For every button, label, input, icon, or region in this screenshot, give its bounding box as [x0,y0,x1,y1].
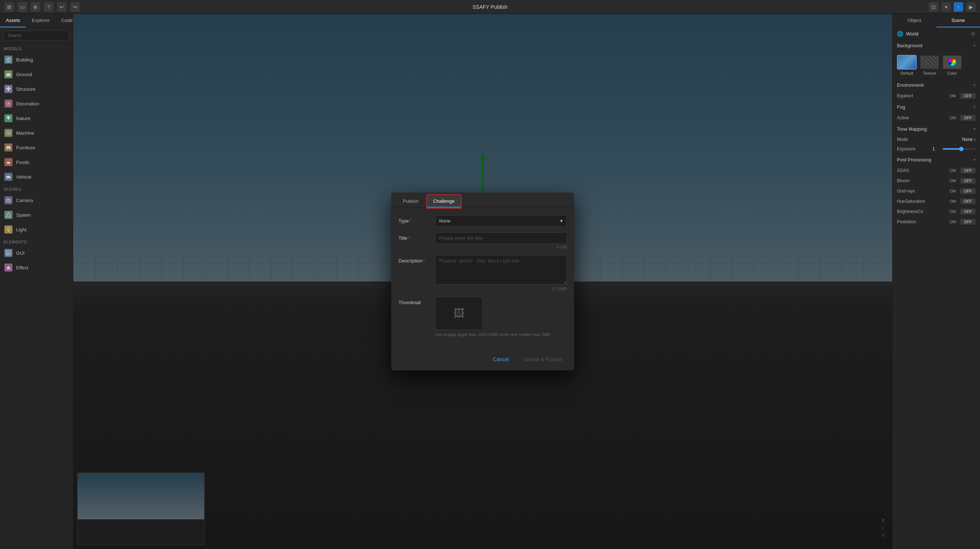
sidebar-item-foods[interactable]: Foods [0,155,73,169]
sidebar-item-machine[interactable]: Machine [0,126,73,140]
tone-mode-label: Mode [897,137,908,142]
scenes-section-header: Scenes [0,184,73,193]
svg-rect-34 [7,252,9,253]
tab-assets[interactable]: Assets [0,14,26,27]
description-textarea[interactable] [435,255,567,284]
tab-explorer[interactable]: Explorer [26,14,55,27]
sidebar-item-camera-label: Camera [16,197,33,203]
sidebar-item-decoration[interactable]: Decoration [0,96,73,111]
sidebar-item-building[interactable]: Building [0,53,73,67]
fog-off-button[interactable]: OFF [960,115,975,121]
godrays-off-button[interactable]: OFF [960,188,975,194]
dialog-tab-challenge[interactable]: Challenge [428,196,461,207]
type-select[interactable]: None ▾ [435,215,567,226]
title-input[interactable] [435,232,567,244]
exposure-slider-control: 1 [932,146,975,151]
sidebar-item-furniture[interactable]: Furniture [0,140,73,155]
hue-on-button[interactable]: ON [947,198,959,204]
equirect-toggle: ON OFF [947,93,976,99]
fog-on-button[interactable]: ON [947,115,959,121]
ssao-toggle: ON OFF [947,168,976,173]
background-section-row[interactable]: Background ▾ [892,40,980,51]
brightness-label: BrightnessCo [897,209,923,214]
cancel-button[interactable]: Cancel [488,354,514,364]
sidebar-item-effect[interactable]: Effect [0,260,73,275]
bg-default-thumb [897,55,917,70]
tone-mode-chevron-icon: › [974,137,975,142]
svg-rect-2 [9,60,10,60]
exposure-slider[interactable] [943,148,975,150]
layout-icon[interactable]: ⊡ [929,2,938,12]
title-char-count: 0 / 50 [435,245,567,249]
cursor-icon[interactable]: ⊕ [31,2,40,12]
help-icon[interactable]: ? [44,2,53,12]
dialog-tab-publish[interactable]: Publish [397,196,425,207]
tab-code[interactable]: Code [55,14,73,27]
dialog-field-description: Description* 0 / 1000 [399,255,567,291]
pixelation-label: Pixelation [897,219,916,224]
sidebar-item-machine-label: Machine [16,130,34,136]
sidebar-item-gui[interactable]: GUI [0,246,73,260]
redo-icon[interactable]: ↪ [70,2,80,12]
environment-section-row[interactable]: Environment ▾ [892,80,980,91]
sidebar-item-nature[interactable]: Nature [0,111,73,126]
brightness-row: BrightnessCo ON OFF [892,207,980,217]
bloom-on-button[interactable]: ON [947,178,959,184]
app-title: SSAFY Publish [473,4,507,10]
search-bar [0,28,73,43]
monitor-icon[interactable]: ▭ [18,2,27,12]
sidebar-item-nature-label: Nature [16,116,30,121]
upload-icon[interactable]: ↑ [954,2,963,12]
post-processing-section-row[interactable]: Post Processing ▾ [892,154,980,165]
fog-section-row[interactable]: Fog ▾ [892,101,980,113]
godrays-on-button[interactable]: ON [947,188,959,194]
right-tab-object[interactable]: Object [892,14,937,27]
pixelation-off-button[interactable]: OFF [960,219,975,225]
tone-mapping-section-row[interactable]: Tone Mapping ▾ [892,123,980,135]
dialog-field-title: Title* 0 / 50 [399,232,567,249]
brightness-off-button[interactable]: OFF [960,208,975,215]
bg-option-default[interactable]: Default [897,55,917,75]
thumbnail-upload-button[interactable]: 🖼 [435,297,483,330]
svg-rect-18 [7,146,10,147]
submit-publish-button[interactable]: Submit & Publish [519,354,567,364]
undo-icon[interactable]: ↩ [57,2,67,12]
exposure-slider-thumb[interactable] [959,147,964,151]
description-char-count: 0 / 1000 [435,286,567,291]
equirect-on-button[interactable]: ON [947,93,959,99]
brightness-on-button[interactable]: ON [947,208,959,215]
bg-option-texture[interactable]: Texture [920,55,939,75]
godrays-label: God-rays [897,188,915,194]
light-icon [5,226,13,234]
sidebar-item-camera[interactable]: Camera [0,193,73,207]
select-chevron-icon: ▾ [560,218,563,224]
ssao-on-button[interactable]: ON [947,168,959,173]
world-settings-icon[interactable]: ⚙ [971,31,975,37]
left-sidebar: Assets Explorer Code Models Building Gro… [0,14,73,549]
ssao-off-button[interactable]: OFF [960,168,975,173]
thumbnail-label: Thumbnail [399,297,435,305]
right-tab-scene[interactable]: Scene [937,14,980,27]
pixelation-on-button[interactable]: ON [947,219,959,225]
sidebar-item-vehicle[interactable]: Vehicle [0,169,73,184]
chevron-down-icon[interactable]: ▾ [941,2,951,12]
hue-off-button[interactable]: OFF [960,198,975,204]
grid-icon[interactable]: ⊞ [5,2,14,12]
bloom-off-button[interactable]: OFF [960,178,975,184]
play-icon[interactable]: ▶ [966,2,975,12]
sidebar-item-spawn[interactable]: Spawn [0,207,73,222]
sidebar-item-light[interactable]: Light [0,222,73,237]
sidebar-item-ground[interactable]: Ground [0,67,73,82]
building-icon [5,56,13,64]
svg-rect-13 [6,131,10,135]
pixelation-row: Pixelation ON OFF [892,217,980,227]
search-input[interactable] [4,31,69,40]
svg-rect-36 [7,254,9,255]
equirect-off-button[interactable]: OFF [960,93,975,99]
machine-icon [5,129,13,137]
background-chevron-icon: ▾ [974,43,975,48]
sidebar-item-structure[interactable]: Structure [0,82,73,96]
bg-option-color[interactable]: Color [942,55,962,75]
tone-mode-select[interactable]: None › [962,137,975,142]
right-sidebar: Object Scene 🌐 World ⚙ Background ▾ Defa… [892,14,980,549]
